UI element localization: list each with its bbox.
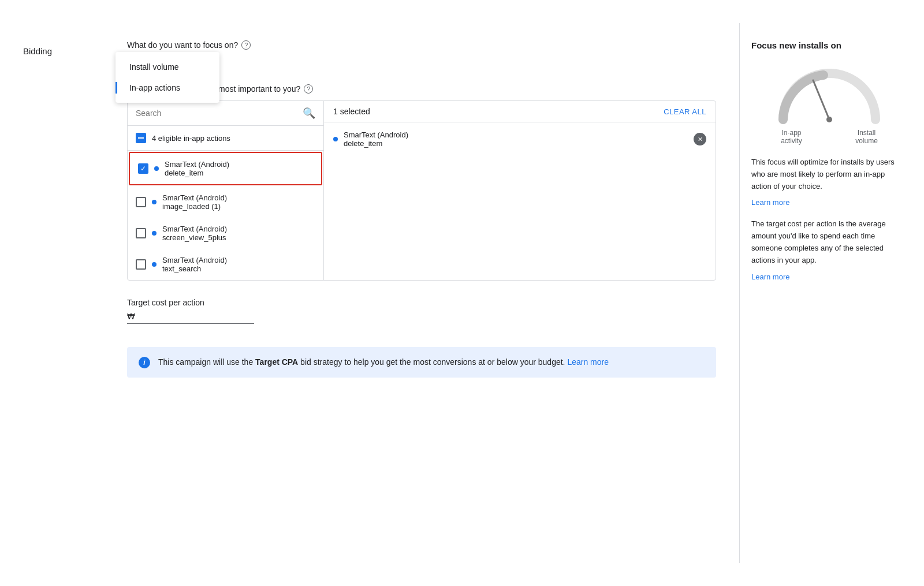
- action-row-screen-view[interactable]: SmarText (Android) screen_view_5plus: [128, 218, 323, 249]
- info-banner-text: This campaign will use the Target CPA bi…: [158, 356, 609, 368]
- action-selector: 🔍 4 eligible in-app actions SmarText (An…: [127, 100, 716, 281]
- target-cost-section: Target cost per action ₩: [127, 298, 716, 324]
- cost-input-row: ₩: [127, 312, 254, 324]
- action-label-delete-item: SmarText (Android) delete_item: [165, 160, 229, 177]
- selected-action-label: SmarText (Android) delete_item: [344, 130, 408, 148]
- dot-image-loaded: [152, 200, 157, 204]
- dot-text-search: [152, 262, 157, 267]
- gauge-svg: [772, 62, 887, 125]
- info-text-after: bid strategy to help you get the most co…: [298, 357, 567, 367]
- action-label-image-loaded: SmarText (Android) image_loaded (1): [162, 193, 227, 211]
- install-volume-label: Install volume: [129, 62, 179, 72]
- bidding-label: Bidding: [23, 46, 52, 56]
- sidebar-learn-more-1[interactable]: Learn more: [751, 198, 907, 207]
- info-banner: This campaign will use the Target CPA bi…: [127, 347, 716, 378]
- remove-selected-button[interactable]: [694, 133, 706, 145]
- dot-screen-view: [152, 231, 157, 236]
- selected-dot: [333, 137, 338, 141]
- sidebar-description-1: This focus will optimize for installs by…: [751, 156, 907, 192]
- checkbox-delete-item[interactable]: [138, 163, 148, 174]
- selected-header: 1 selected CLEAR ALL: [324, 101, 716, 122]
- action-row-delete-item[interactable]: SmarText (Android) delete_item: [129, 152, 322, 185]
- eligible-text: 4 eligible in-app actions: [152, 134, 230, 143]
- search-icon: 🔍: [303, 107, 315, 120]
- most-important-section: Which in-app actions are most important …: [127, 84, 716, 378]
- active-indicator: [116, 82, 117, 94]
- svg-line-0: [813, 80, 829, 120]
- action-label-screen-view: SmarText (Android) screen_view_5plus: [162, 225, 227, 242]
- sidebar-description-2: The target cost per action is the averag…: [751, 218, 907, 266]
- target-cost-input[interactable]: [139, 312, 254, 321]
- info-bold-text: Target CPA: [255, 357, 298, 367]
- focus-question-row: What do you want to focus on? ?: [127, 40, 716, 50]
- section-label: Bidding: [0, 23, 116, 563]
- search-input[interactable]: [136, 109, 298, 118]
- action-row-text-search[interactable]: SmarText (Android) text_search: [128, 249, 323, 280]
- selector-right-panel: 1 selected CLEAR ALL SmarText (Android) …: [324, 101, 716, 280]
- gauge-chart: [772, 62, 887, 125]
- action-row-image-loaded[interactable]: SmarText (Android) image_loaded (1): [128, 186, 323, 218]
- focus-dropdown-menu: Install volume In-app actions: [116, 52, 219, 103]
- gauge-container: In-app activity Install volume: [751, 62, 907, 145]
- gauge-label-install: Install volume: [847, 129, 887, 145]
- gauge-labels: In-app activity Install volume: [772, 129, 887, 145]
- action-label-text-search: SmarText (Android) text_search: [162, 256, 227, 273]
- currency-symbol: ₩: [127, 312, 135, 321]
- info-text-before: This campaign will use the: [158, 357, 255, 367]
- selected-count: 1 selected: [333, 107, 370, 116]
- checkbox-image-loaded[interactable]: [136, 197, 146, 207]
- search-bar: 🔍: [128, 101, 323, 126]
- info-icon: [139, 357, 150, 368]
- dropdown-item-in-app-actions[interactable]: In-app actions: [116, 77, 219, 98]
- sidebar-title: Focus new installs on: [751, 40, 907, 50]
- minus-icon: [136, 133, 146, 143]
- target-cost-label: Target cost per action: [127, 298, 716, 307]
- svg-point-1: [826, 117, 832, 122]
- gauge-label-in-app: In-app activity: [772, 129, 812, 145]
- focus-question-text: What do you want to focus on?: [127, 40, 238, 50]
- eligible-row: 4 eligible in-app actions: [128, 126, 323, 151]
- clear-all-button[interactable]: CLEAR ALL: [664, 107, 706, 116]
- dropdown-item-install-volume[interactable]: Install volume: [116, 57, 219, 77]
- focus-question-help-icon[interactable]: ?: [241, 40, 251, 50]
- checkbox-text-search[interactable]: [136, 259, 146, 270]
- sidebar-learn-more-2[interactable]: Learn more: [751, 273, 907, 281]
- main-content: What do you want to focus on? ? Install …: [116, 23, 739, 563]
- in-app-actions-label: In-app actions: [129, 83, 180, 92]
- right-sidebar: Focus new installs on In-app activity In…: [739, 23, 924, 563]
- dot-delete-item: [154, 166, 159, 171]
- selector-left-panel: 🔍 4 eligible in-app actions SmarText (An…: [128, 101, 324, 280]
- selected-item-info: SmarText (Android) delete_item: [333, 130, 408, 148]
- selected-item-row: SmarText (Android) delete_item: [324, 122, 716, 156]
- most-important-help-icon[interactable]: ?: [304, 84, 313, 94]
- info-learn-more-link[interactable]: Learn more: [567, 357, 609, 367]
- checkbox-screen-view[interactable]: [136, 228, 146, 238]
